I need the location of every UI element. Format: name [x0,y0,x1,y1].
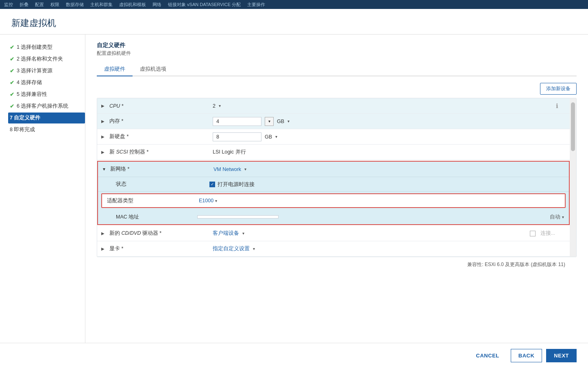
nav-item-perms[interactable]: 权限 [50,2,59,8]
video-expand-icon[interactable]: ▶ [97,247,107,251]
cpu-dropdown-arrow[interactable]: ▾ [219,104,221,108]
back-button[interactable]: BACK [511,349,542,362]
sidebar-item-step7[interactable]: 7 自定义硬件 [8,113,85,123]
hardware-table: ▶ CPU * 2 ▾ ℹ ▶ 内存 * 4 [97,98,570,257]
memory-input[interactable]: 4 [213,117,261,126]
cpu-expand-icon[interactable]: ▶ [97,104,107,108]
nav-item-network[interactable]: 网络 [152,2,161,8]
cancel-button[interactable]: CANCEL [469,349,507,362]
scsi-row: ▶ 新 SCSI 控制器 * LSI Logic 并行 [97,145,570,160]
sidebar-item-step6[interactable]: ✔ 6 选择客户机操作系统 [8,101,85,112]
cddvd-type: 客户端设备 [213,230,239,237]
sidebar-item-step8[interactable]: 8 即将完成 [8,124,85,135]
nav-item-monitor[interactable]: 监控 [4,2,13,8]
cddvd-connect-area: 连接... [530,230,555,237]
mac-row: MAC 地址 自动 ▾ [98,210,569,224]
cddvd-connect-label: 连接... [540,230,555,237]
cpu-label: CPU * [107,103,213,109]
connect-checkbox[interactable] [209,182,215,187]
cddvd-connect-checkbox[interactable] [530,231,536,236]
tab-vm-options[interactable]: 虚拟机选项 [133,63,174,76]
cddvd-label: 新的 CD/DVD 驱动器 * [107,230,213,237]
memory-label: 内存 * [107,118,213,125]
sidebar-item-step2[interactable]: ✔ 2 选择名称和文件夹 [8,54,85,65]
mac-input[interactable] [197,215,279,219]
sidebar-label-step6: 6 选择客户机操作系统 [17,103,68,110]
mac-auto-area: 自动 ▾ [550,214,564,221]
add-device-button[interactable]: 添加新设备 [540,83,577,95]
connect-checkbox-area: 打开电源时连接 [209,181,255,188]
disk-value: 8 GB ▾ [213,132,570,141]
disk-unit-arrow[interactable]: ▾ [275,134,277,139]
dialog-header: 新建虚拟机 [0,9,588,35]
cddvd-dropdown-arrow[interactable]: ▾ [242,231,244,236]
adapter-type-arrow[interactable]: ▾ [215,199,217,203]
memory-unit-arrow[interactable]: ▾ [287,119,290,123]
mac-auto-arrow[interactable]: ▾ [562,215,564,219]
sidebar-item-step4[interactable]: ✔ 4 选择存储 [8,77,85,88]
nav-item-linked[interactable]: 链接对象 vSAN DATASERVICE 分配 [168,2,241,8]
video-value: 指定自定义设置 ▾ [213,245,570,252]
adapter-type-value-area: E1000 ▾ [199,198,217,203]
status-label: 状态 [116,181,209,188]
mac-auto-label: 自动 [550,214,560,221]
toolbar-right: 添加新设备 [97,83,577,95]
network-expand-icon[interactable]: ▼ [98,167,108,171]
checkmark-step6: ✔ [10,103,14,109]
scrollbar-thumb [571,102,575,151]
cddvd-value: 客户端设备 ▾ [213,230,570,237]
memory-value: 4 ▾ GB ▾ [213,117,570,126]
network-dropdown-arrow[interactable]: ▾ [244,167,246,171]
main-content: 自定义硬件 配置虚拟机硬件 虚拟硬件 虚拟机选项 添加新设备 ▶ CPU * [85,35,588,343]
network-name: VM Network [213,167,241,172]
video-setting: 指定自定义设置 [213,245,250,252]
nav-item-collapse[interactable]: 折叠 [20,2,28,8]
disk-expand-icon[interactable]: ▶ [97,134,107,139]
disk-input[interactable]: 8 [213,132,261,141]
cpu-value: 2 ▾ [213,103,570,109]
scsi-label: 新 SCSI 控制器 * [107,149,213,156]
checkmark-step5: ✔ [10,91,14,97]
scsi-type: LSI Logic 并行 [213,149,246,156]
sidebar-label-step7: 7 自定义硬件 [10,115,40,121]
adapter-type-value: E1000 [199,198,213,203]
sidebar: ✔ 1 选择创建类型 ✔ 2 选择名称和文件夹 ✔ 3 选择计算资源 ✔ 4 选… [0,35,85,343]
cddvd-row: ▶ 新的 CD/DVD 驱动器 * 客户端设备 ▾ 连接... [97,226,570,241]
next-button[interactable]: NEXT [546,349,577,362]
top-nav: 监控 折叠 配置 权限 数据存储 主机和群集 虚拟机和模板 网络 链接对象 vS… [0,0,588,9]
sidebar-item-step3[interactable]: ✔ 3 选择计算资源 [8,65,85,76]
checkmark-step2: ✔ [10,56,14,62]
nav-item-config[interactable]: 配置 [35,2,44,8]
checkmark-step4: ✔ [10,80,14,86]
adapter-type-label: 适配器类型 [107,197,199,204]
scrollbar[interactable] [570,98,576,257]
nav-item-vms[interactable]: 虚拟机和模板 [119,2,146,8]
checkmark-step3: ✔ [10,68,14,74]
memory-expand-icon[interactable]: ▶ [97,119,107,123]
network-label: 新网络 * [108,166,213,173]
video-dropdown-arrow[interactable]: ▾ [253,247,255,251]
info-icon-cpu: ℹ [556,102,558,110]
mac-input-area [197,215,550,219]
nav-item-hosts[interactable]: 主机和群集 [90,2,113,8]
section-subtitle: 配置虚拟机硬件 [97,50,577,57]
tabs-container: 虚拟硬件 虚拟机选项 [97,63,577,76]
scsi-expand-icon[interactable]: ▶ [97,150,107,154]
sidebar-item-step5[interactable]: ✔ 5 选择兼容性 [8,89,85,100]
tab-virtual-hardware[interactable]: 虚拟硬件 [97,63,133,76]
mac-label: MAC 地址 [116,214,197,221]
dialog-footer: CANCEL BACK NEXT [0,343,588,368]
network-value: VM Network ▾ [213,167,569,172]
sidebar-label-step5: 5 选择兼容性 [17,91,47,98]
section-title: 自定义硬件 [97,42,577,49]
network-status-row: 状态 打开电源时连接 [98,177,569,192]
adapter-type-row: 适配器类型 E1000 ▾ [101,193,566,208]
video-row: ▶ 显卡 * 指定自定义设置 ▾ [97,241,570,257]
sidebar-item-step1[interactable]: ✔ 1 选择创建类型 [8,42,85,53]
cddvd-expand-icon[interactable]: ▶ [97,231,107,236]
dialog-title: 新建虚拟机 [11,17,577,29]
memory-unit-dropdown-btn[interactable]: ▾ [265,117,274,126]
nav-item-primary[interactable]: 主要操作 [247,2,265,8]
cpu-number: 2 [213,103,216,109]
nav-item-datastores[interactable]: 数据存储 [66,2,84,8]
